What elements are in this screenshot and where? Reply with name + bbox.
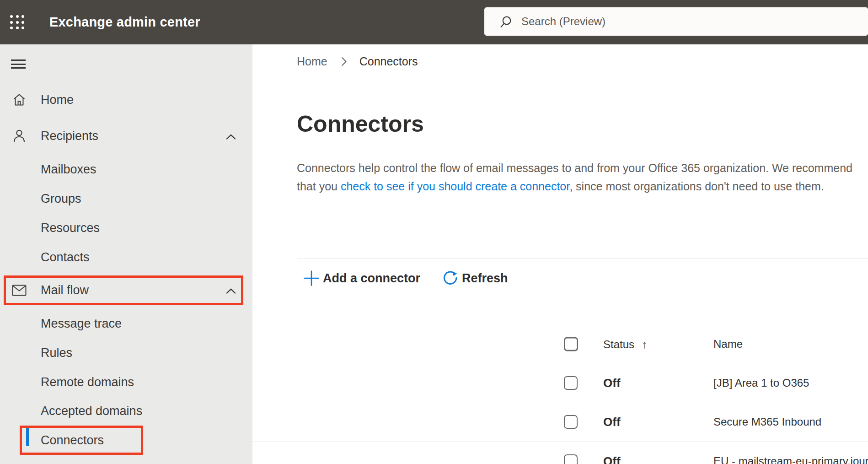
mail-icon [12,283,27,297]
main-content: Home Connectors Connectors Connectors he… [252,44,868,464]
row-status: Off [603,376,621,390]
sidebar-item-mailboxes[interactable]: Mailboxes [0,156,252,182]
sidebar-item-resources[interactable]: Resources [0,215,252,241]
search-icon [500,16,512,28]
sidebar-item-home[interactable]: Home [0,87,252,113]
left-navigation: Home Recipients Mailboxes Groups Reso [0,44,252,464]
person-icon [12,129,27,143]
sidebar-item-label: Contacts [41,250,90,264]
sidebar-item-label: Remote domains [41,375,134,389]
add-connector-label: Add a connector [323,271,420,286]
sidebar-item-label: Connectors [41,433,104,448]
connectors-table: Status↑ Name From Off [JB] Area 1 to O36… [252,324,868,464]
sidebar-item-label: Resources [41,221,100,235]
command-bar: Add a connector Refresh [297,268,508,289]
chevron-up-icon[interactable] [226,287,236,293]
breadcrumb-current: Connectors [359,55,418,68]
column-header-status[interactable]: Status↑ [603,338,648,351]
sidebar-item-label: Accepted domains [41,404,142,418]
table-row[interactable]: Off Secure M365 Inbound Partner org [252,402,868,442]
exchange-admin-center-window: Exchange admin center Home [0,0,868,464]
table-header-row: Status↑ Name From [252,324,868,364]
sidebar-item-label: Rules [41,346,72,360]
breadcrumb-home-link[interactable]: Home [297,55,327,68]
search-input[interactable] [521,15,796,28]
plus-icon [303,270,320,286]
home-icon [12,92,27,107]
row-checkbox[interactable] [564,376,578,390]
hamburger-menu-icon[interactable] [11,59,26,69]
table-row[interactable]: Off EU - mailstream-eu-primary.journalin… [252,442,868,464]
selected-item-indicator [26,428,29,446]
row-status: Off [603,454,621,464]
sidebar-item-groups[interactable]: Groups [0,186,252,211]
description-text: since most organizations don't need to u… [573,180,824,193]
refresh-icon [441,270,458,287]
refresh-button[interactable]: Refresh [441,270,508,287]
sidebar-item-mail-flow[interactable]: Mail flow [0,277,252,303]
toolbar-divider [297,258,868,259]
sidebar-item-recipients[interactable]: Recipients [0,123,252,149]
sidebar-item-accepted-domains[interactable]: Accepted domains [0,398,252,424]
sort-ascending-icon: ↑ [642,338,648,351]
sidebar-item-label: Mail flow [41,283,89,297]
row-status: Off [603,415,621,429]
sidebar-item-label: Message trace [41,317,122,331]
select-all-checkbox[interactable] [564,337,578,351]
sidebar-item-contacts[interactable]: Contacts [0,244,252,270]
sidebar-item-label: Recipients [41,129,98,143]
page-title: Connectors [297,111,424,137]
column-header-name[interactable]: Name [713,338,743,351]
app-launcher-icon[interactable] [10,15,25,30]
sidebar-item-connectors[interactable]: Connectors [0,427,252,453]
chevron-up-icon[interactable] [226,133,236,139]
refresh-label: Refresh [462,271,508,286]
row-name[interactable]: Secure M365 Inbound [713,415,821,428]
row-name[interactable]: EU - mailstream-eu-primary.journaling.mx… [713,455,868,464]
app-title: Exchange admin center [49,0,200,44]
sidebar-item-rules[interactable]: Rules [0,340,252,366]
add-connector-button[interactable]: Add a connector [297,270,420,286]
breadcrumb: Home Connectors [297,54,418,69]
row-name[interactable]: [JB] Area 1 to O365 [713,377,809,389]
chevron-right-icon [341,57,347,66]
sidebar-item-label: Home [41,93,74,107]
page-description: Connectors help control the flow of emai… [297,159,858,195]
sidebar-item-message-trace[interactable]: Message trace [0,311,252,336]
sidebar-item-label: Mailboxes [41,162,96,177]
check-connector-link[interactable]: check to see if you should create a conn… [341,180,573,193]
row-checkbox[interactable] [564,415,578,429]
top-app-bar: Exchange admin center [0,0,868,44]
sidebar-item-remote-domains[interactable]: Remote domains [0,369,252,395]
table-row[interactable]: Off [JB] Area 1 to O365 Partner org [252,364,868,402]
sidebar-item-label: Groups [41,192,81,206]
row-checkbox[interactable] [564,454,578,464]
search-box[interactable] [484,7,868,36]
